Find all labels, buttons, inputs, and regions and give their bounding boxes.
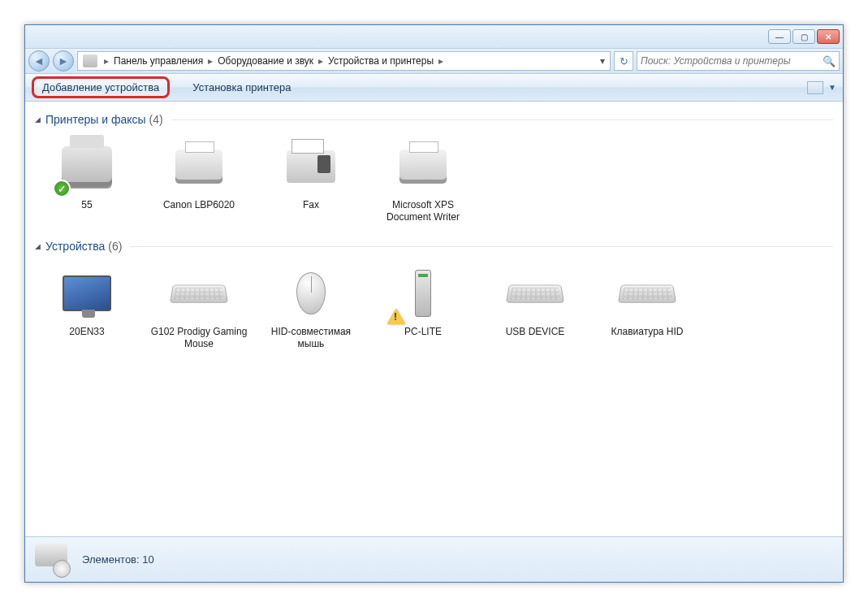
printer-icon	[399, 150, 447, 184]
command-bar: Добавление устройства Установка принтера…	[25, 74, 843, 102]
group-title: Устройства	[45, 240, 105, 253]
device-item[interactable]: Клавиатура HID	[598, 261, 696, 350]
device-label: 55	[81, 199, 92, 211]
device-label: Fax	[303, 199, 319, 211]
device-item[interactable]: PC-LITE	[374, 261, 472, 350]
breadcrumb-sep-icon: ▸	[205, 55, 216, 67]
titlebar: — ▢ ✕	[25, 25, 843, 48]
explorer-window: — ▢ ✕ ◄ ► ▸ Панель управления ▸ Оборудов…	[24, 24, 844, 583]
device-item[interactable]: HID-совместимая мышь	[262, 261, 360, 350]
close-button[interactable]: ✕	[817, 29, 840, 44]
back-button[interactable]: ◄	[28, 50, 50, 72]
printer-icon	[62, 146, 112, 187]
device-item[interactable]: Microsoft XPS Document Writer	[374, 134, 472, 223]
group-count: (4)	[149, 113, 163, 126]
fax-icon	[287, 150, 335, 183]
minimize-button[interactable]: —	[768, 29, 791, 44]
breadcrumb-item[interactable]: Панель управления	[112, 54, 205, 68]
refresh-button[interactable]: ↻	[614, 51, 633, 71]
keyboard-icon	[170, 285, 228, 303]
device-label: 20EN33	[69, 326, 104, 338]
content-area: ◢ Принтеры и факсы (4) ✓ 55 Canon LBP602…	[25, 102, 843, 536]
collapse-icon: ◢	[35, 115, 41, 124]
add-device-button[interactable]: Добавление устройства	[32, 76, 170, 98]
forward-button[interactable]: ►	[53, 50, 74, 72]
device-item[interactable]: G102 Prodigy Gaming Mouse	[150, 261, 248, 350]
search-icon[interactable]: 🔍	[823, 55, 836, 67]
device-item[interactable]: ✓ 55	[38, 134, 136, 223]
devices-icon	[33, 542, 72, 578]
chevron-down-icon[interactable]: ▼	[828, 83, 836, 92]
device-label: PC-LITE	[404, 326, 442, 338]
breadcrumb-sep-icon: ▸	[315, 55, 326, 67]
address-bar[interactable]: ▸ Панель управления ▸ Оборудование и зву…	[77, 51, 611, 71]
device-label: G102 Prodigy Gaming Mouse	[150, 326, 248, 350]
details-pane: Элементов: 10	[25, 536, 843, 582]
device-label: Canon LBP6020	[163, 199, 235, 211]
device-label: Клавиатура HID	[611, 326, 684, 338]
device-item[interactable]: USB DEVICE	[486, 261, 584, 350]
add-printer-button[interactable]: Установка принтера	[184, 78, 299, 97]
location-icon	[83, 54, 97, 67]
keyboard-icon	[618, 285, 676, 303]
group-title: Принтеры и факсы	[45, 113, 146, 126]
group-header-printers[interactable]: ◢ Принтеры и факсы (4)	[35, 113, 833, 126]
monitor-icon	[63, 275, 111, 311]
group-header-devices[interactable]: ◢ Устройства (6)	[35, 240, 833, 253]
mouse-icon	[296, 272, 326, 314]
device-label: Microsoft XPS Document Writer	[374, 199, 472, 223]
group-count: (6)	[108, 240, 122, 253]
collapse-icon: ◢	[35, 242, 41, 250]
view-options-button[interactable]	[807, 81, 823, 94]
search-box[interactable]: 🔍	[637, 51, 840, 71]
nav-bar: ◄ ► ▸ Панель управления ▸ Оборудование и…	[25, 48, 843, 74]
breadcrumb-sep-icon: ▸	[435, 55, 447, 67]
device-item[interactable]: 20EN33	[38, 261, 136, 350]
device-label: HID-совместимая мышь	[262, 326, 360, 350]
device-label: USB DEVICE	[506, 326, 565, 338]
maximize-button[interactable]: ▢	[792, 29, 815, 44]
search-input[interactable]	[641, 55, 823, 67]
breadcrumb-item[interactable]: Устройства и принтеры	[326, 54, 435, 68]
default-check-icon: ✓	[53, 180, 71, 197]
breadcrumb-item[interactable]: Оборудование и звук	[216, 54, 315, 68]
address-dropdown-icon[interactable]: ▾	[597, 55, 608, 67]
device-item[interactable]: Fax	[262, 134, 360, 223]
group-items-printers: ✓ 55 Canon LBP6020 Fax Microsoft XPS Doc…	[35, 129, 833, 235]
device-item[interactable]: Canon LBP6020	[150, 134, 248, 223]
item-count-label: Элементов: 10	[82, 553, 154, 566]
keyboard-icon	[506, 285, 564, 303]
warning-icon	[387, 309, 405, 324]
computer-icon	[415, 270, 431, 317]
group-items-devices: 20EN33 G102 Prodigy Gaming Mouse HID-сов…	[35, 256, 833, 362]
breadcrumb-sep-icon: ▸	[101, 55, 112, 67]
printer-icon	[175, 150, 222, 184]
